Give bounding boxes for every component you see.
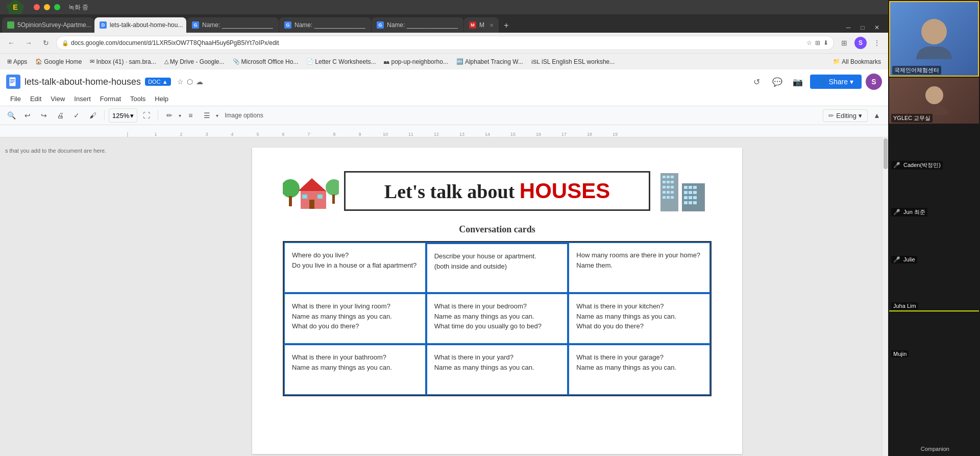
- refresh-button[interactable]: ↻: [39, 36, 53, 50]
- close-button[interactable]: ✕: [872, 22, 882, 33]
- collapse-toolbar-button[interactable]: ▲: [870, 108, 884, 123]
- zoom-control[interactable]: 125% ▾: [109, 108, 137, 123]
- tab-6-close[interactable]: ✕: [489, 22, 494, 28]
- bookmark-all[interactable]: 📁 All Bookmarks: [830, 57, 884, 66]
- card-2-2-text: What is there in your bedroom?Name as ma…: [434, 302, 542, 330]
- tab-2[interactable]: D lets-talk-about-home-hou... ✕: [94, 17, 186, 33]
- profile-button[interactable]: S: [854, 37, 867, 49]
- traffic-light-green[interactable]: [54, 4, 60, 10]
- history-button[interactable]: ↺: [749, 74, 765, 90]
- bookmark-google-home[interactable]: 🏠 Google Home: [32, 57, 85, 66]
- docs-page-area[interactable]: Let's talk about HOUSES: [112, 137, 882, 456]
- svg-rect-29: [667, 196, 670, 199]
- fullscreen-button[interactable]: ⛶: [139, 108, 154, 123]
- tab-3-close[interactable]: ✕: [278, 22, 279, 28]
- bookmark-google-home-label: Google Home: [44, 58, 82, 65]
- tab-5[interactable]: G Name: _______________ ✕: [372, 17, 463, 33]
- spell-check-button[interactable]: ✓: [69, 108, 84, 123]
- share-button[interactable]: 👤 Share ▾: [810, 75, 862, 89]
- bookmark-office[interactable]: 📎 Microsoft Office Ho...: [230, 57, 302, 66]
- user-avatar[interactable]: S: [866, 74, 882, 90]
- bookmark-drive[interactable]: △ My Drive - Google...: [161, 57, 228, 66]
- card-1-1: Where do you live?Do you live in a house…: [284, 242, 426, 293]
- back-button[interactable]: ←: [4, 36, 18, 50]
- svg-rect-43: [693, 201, 697, 204]
- doc-title-box: Let's talk about HOUSES: [344, 171, 650, 211]
- alphabet-icon: 🔤: [456, 58, 463, 65]
- star-icon[interactable]: ☆: [177, 78, 184, 86]
- bookmark-popup[interactable]: 🏘 pop-up-neighborho...: [381, 57, 451, 66]
- align-button[interactable]: ≡: [183, 108, 198, 123]
- tab-3[interactable]: G Name: _______________ ✕: [187, 17, 279, 33]
- comment-button[interactable]: 💬: [769, 74, 786, 90]
- svg-rect-30: [671, 196, 674, 199]
- tab-4-close[interactable]: ✕: [371, 22, 371, 28]
- cloud-icon[interactable]: ☁: [196, 78, 203, 86]
- line-spacing-dropdown[interactable]: ▾: [216, 113, 218, 118]
- bookmark-isl[interactable]: iSL iSL English ESL workshe...: [528, 57, 618, 66]
- svg-rect-34: [693, 186, 697, 189]
- pen-button[interactable]: ✏: [162, 108, 177, 123]
- tab-3-label: Name: _______________: [202, 21, 273, 29]
- bookmark-alphabet[interactable]: 🔤 Alphabet Tracing W...: [453, 57, 526, 66]
- tab-1[interactable]: 5OpinionSurvey-Apartme... ✕: [2, 17, 94, 33]
- card-3-3: What is there in your garage?Name as man…: [568, 344, 710, 395]
- grid-icon[interactable]: ⊞: [815, 39, 820, 46]
- traffic-light-red[interactable]: [34, 4, 40, 10]
- menu-insert[interactable]: Insert: [70, 93, 95, 105]
- docs-scrollbar[interactable]: [882, 137, 888, 456]
- video-name-5-text: Julie: [903, 256, 915, 262]
- address-icons: ☆ ⊞ ⬇: [806, 39, 828, 46]
- scrollbar-thumb[interactable]: [884, 138, 888, 169]
- pen-dropdown[interactable]: ▾: [179, 113, 181, 118]
- bookmark-apps[interactable]: ⊞ Apps: [4, 57, 30, 66]
- building-right-svg: [655, 168, 712, 214]
- nav-bar: ← → ↻ 🔒 docs.google.com/document/d/1LXR5…: [0, 33, 888, 53]
- minimize-button[interactable]: ─: [843, 22, 853, 33]
- image-options-button[interactable]: Image options: [220, 108, 267, 123]
- bookmark-star-icon[interactable]: ☆: [806, 39, 812, 46]
- download-icon[interactable]: ⬇: [823, 39, 828, 46]
- maximize-button[interactable]: □: [857, 22, 868, 33]
- menu-format[interactable]: Format: [96, 93, 125, 105]
- tab-6[interactable]: M M ✕: [464, 17, 499, 33]
- tab-4-label: Name: _______________: [295, 21, 365, 29]
- print-button[interactable]: 🖨: [53, 108, 67, 123]
- camera-button[interactable]: 📷: [790, 74, 806, 90]
- bookmark-apps-label: Apps: [13, 58, 27, 65]
- address-bar[interactable]: 🔒 docs.google.com/document/d/1LXR5ixOW7T…: [56, 36, 834, 50]
- tab-4[interactable]: G Name: _______________ ✕: [279, 17, 371, 33]
- redo-button[interactable]: ↪: [37, 108, 51, 123]
- nav-right-icons: ⊞ S ⋮: [837, 36, 884, 50]
- undo-button[interactable]: ↩: [20, 108, 35, 123]
- companion-label: Companion: [921, 446, 949, 452]
- tab-add-button[interactable]: +: [499, 18, 513, 33]
- card-1-2: Describe your house or apartment.(both i…: [426, 242, 569, 293]
- letter-icon: 📄: [306, 58, 313, 65]
- menu-edit[interactable]: Edit: [26, 93, 45, 105]
- bookmark-popup-label: pop-up-neighborho...: [391, 58, 448, 65]
- docs-title-badge[interactable]: DOC ▲: [145, 78, 170, 86]
- tab-5-close[interactable]: ✕: [463, 22, 463, 28]
- menu-tools[interactable]: Tools: [126, 93, 150, 105]
- editing-mode-button[interactable]: ✏ Editing ▾: [823, 109, 868, 122]
- doc-header-section: Let's talk about HOUSES: [283, 168, 712, 214]
- line-spacing-button[interactable]: ☰: [200, 108, 214, 123]
- forward-button[interactable]: →: [21, 36, 36, 50]
- paint-format-button[interactable]: 🖌: [86, 108, 100, 123]
- search-toolbar-button[interactable]: 🔍: [4, 108, 18, 123]
- folder-move-icon[interactable]: ⬡: [187, 78, 193, 86]
- menu-help[interactable]: Help: [151, 93, 173, 105]
- card-2-3: What is there in your kitchen?Name as ma…: [568, 293, 710, 344]
- video-name-3: 🎤 Caden(박정민): [891, 161, 943, 170]
- tab-bar: 5OpinionSurvey-Apartme... ✕ D lets-talk-…: [0, 14, 888, 33]
- traffic-light-yellow[interactable]: [44, 4, 50, 10]
- more-button[interactable]: ⋮: [870, 36, 884, 50]
- bookmark-letter[interactable]: 📄 Letter C Worksheets...: [303, 57, 379, 66]
- menu-view[interactable]: View: [46, 93, 69, 105]
- bookmark-inbox[interactable]: ✉ Inbox (41) · sam.bra...: [87, 57, 159, 66]
- menu-file[interactable]: File: [6, 93, 25, 105]
- bookmark-all-label: All Bookmarks: [842, 58, 881, 65]
- video-tile-7: Mujin: [889, 313, 979, 358]
- extensions-button[interactable]: ⊞: [837, 36, 851, 50]
